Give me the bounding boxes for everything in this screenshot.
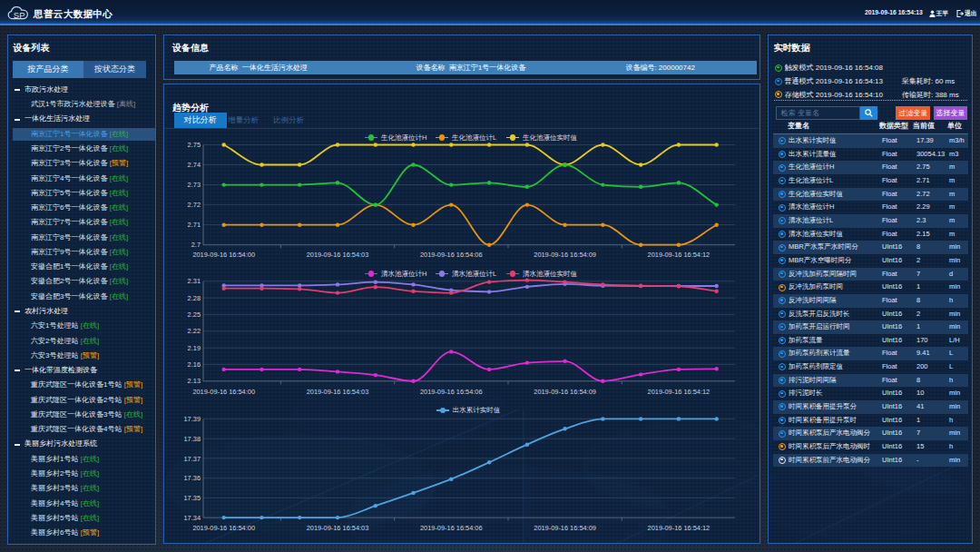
svg-text:2.22: 2.22 [188,327,201,335]
svg-text:2.73: 2.73 [188,181,201,189]
svg-text:2.25: 2.25 [188,310,201,319]
svg-text:2019-09-16 16:54:00: 2019-09-16 16:54:00 [192,524,255,532]
svg-text:2.74: 2.74 [188,161,201,169]
svg-text:2.71: 2.71 [188,221,201,229]
svg-text:17.38: 17.38 [184,435,201,443]
svg-text:2019-09-16 16:54:03: 2019-09-16 16:54:03 [307,388,369,396]
svg-text:2.28: 2.28 [188,294,201,302]
svg-text:2019-09-16 16:54:06: 2019-09-16 16:54:06 [420,388,483,396]
svg-text:2019-09-16 16:54:03: 2019-09-16 16:54:03 [307,251,369,259]
svg-text:2019-09-16 16:54:09: 2019-09-16 16:54:09 [534,388,596,396]
svg-text:2019-09-16 16:54:12: 2019-09-16 16:54:12 [648,251,710,259]
svg-text:17.34: 17.34 [184,514,201,522]
svg-text:2019-09-16 16:54:12: 2019-09-16 16:54:12 [648,524,710,532]
svg-text:2019-09-16 16:54:12: 2019-09-16 16:54:12 [648,388,710,396]
svg-text:17.37: 17.37 [184,455,201,463]
svg-text:17.35: 17.35 [184,494,201,502]
svg-text:17.39: 17.39 [184,415,201,423]
svg-text:2.7: 2.7 [191,241,201,249]
svg-text:2.19: 2.19 [188,344,201,352]
svg-text:2019-09-16 16:54:03: 2019-09-16 16:54:03 [307,524,369,532]
svg-text:2019-09-16 16:54:00: 2019-09-16 16:54:00 [192,251,255,259]
svg-text:2019-09-16 16:54:06: 2019-09-16 16:54:06 [420,251,483,259]
svg-text:2.13: 2.13 [188,377,201,385]
svg-text:2.72: 2.72 [188,201,201,209]
svg-text:2.16: 2.16 [188,360,201,369]
svg-text:2.31: 2.31 [188,277,201,285]
svg-text:2019-09-16 16:54:06: 2019-09-16 16:54:06 [420,524,483,532]
svg-text:2.75: 2.75 [188,141,201,149]
svg-text:2019-09-16 16:54:00: 2019-09-16 16:54:00 [192,388,255,396]
svg-text:2019-09-16 16:54:09: 2019-09-16 16:54:09 [534,251,596,259]
svg-text:2019-09-16 16:54:09: 2019-09-16 16:54:09 [534,524,596,532]
svg-text:17.36: 17.36 [184,474,201,482]
